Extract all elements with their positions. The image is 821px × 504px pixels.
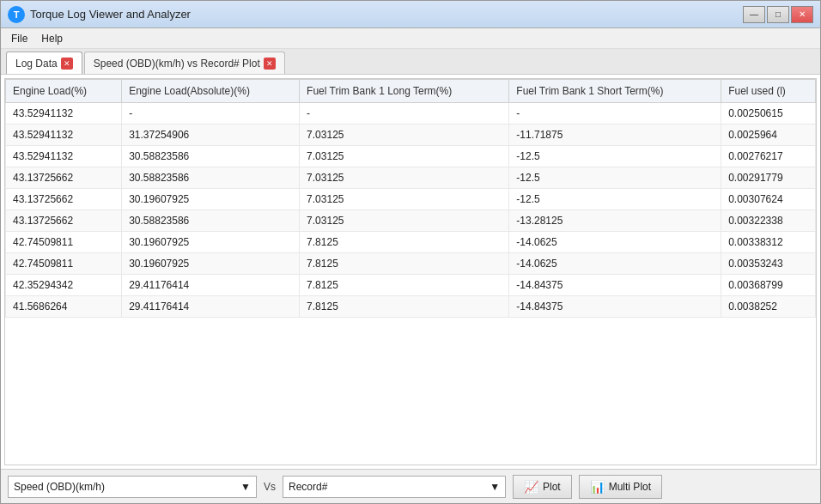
window-title: Torque Log Viewer and Analyzer	[30, 8, 191, 21]
table-row: 41.568626429.411764147.8125-14.843750.00…	[6, 296, 816, 318]
cell-r1-c2: 7.03125	[300, 124, 509, 146]
cell-r1-c3: -11.71875	[509, 124, 721, 146]
table-row: 42.3529434229.411764147.8125-14.843750.0…	[6, 275, 816, 296]
cell-r0-c0: 43.52941132	[6, 103, 122, 124]
close-button[interactable]: ✕	[791, 6, 813, 23]
cell-r3-c1: 30.58823586	[122, 167, 300, 189]
cell-r8-c2: 7.8125	[300, 275, 509, 296]
app-icon: T	[8, 6, 25, 23]
main-window: T Torque Log Viewer and Analyzer — □ ✕ F…	[0, 0, 821, 504]
table-row: 43.1372566230.588235867.03125-12.50.0029…	[6, 167, 816, 189]
data-table: Engine Load(%) Engine Load(Absolute)(%) …	[5, 79, 816, 318]
cell-r3-c4: 0.00291779	[721, 167, 816, 189]
cell-r1-c1: 31.37254906	[122, 124, 300, 146]
y-axis-dropdown[interactable]: Record# ▼	[283, 476, 506, 498]
cell-r9-c4: 0.0038252	[721, 296, 816, 318]
cell-r6-c3: -14.0625	[509, 232, 721, 253]
cell-r8-c0: 42.35294342	[6, 275, 122, 296]
menu-file[interactable]: File	[4, 31, 34, 46]
maximize-button[interactable]: □	[767, 6, 789, 23]
cell-r8-c4: 0.00368799	[721, 275, 816, 296]
cell-r7-c3: -14.0625	[509, 253, 721, 275]
cell-r2-c2: 7.03125	[300, 146, 509, 167]
y-axis-chevron-icon: ▼	[490, 481, 500, 493]
menu-bar: File Help	[1, 28, 820, 49]
cell-r2-c1: 30.58823586	[122, 146, 300, 167]
title-bar: T Torque Log Viewer and Analyzer — □ ✕	[1, 1, 820, 28]
plot-button[interactable]: 📈 Plot	[513, 475, 572, 499]
table-row: 43.5294113231.372549067.03125-11.718750.…	[6, 124, 816, 146]
cell-r4-c4: 0.00307624	[721, 189, 816, 210]
cell-r6-c2: 7.8125	[300, 232, 509, 253]
cell-r6-c4: 0.00338312	[721, 232, 816, 253]
cell-r2-c4: 0.00276217	[721, 146, 816, 167]
tab-log-data-label: Log Data	[15, 58, 58, 70]
cell-r7-c0: 42.74509811	[6, 253, 122, 275]
cell-r4-c0: 43.13725662	[6, 189, 122, 210]
cell-r5-c4: 0.00322338	[721, 210, 816, 232]
cell-r9-c0: 41.5686264	[6, 296, 122, 318]
plot-icon: 📈	[524, 480, 538, 494]
x-axis-dropdown[interactable]: Speed (OBD)(km/h) ▼	[8, 476, 257, 498]
tab-log-data-close[interactable]: ✕	[61, 58, 73, 70]
table-row: 43.5294113230.588235867.03125-12.50.0027…	[6, 146, 816, 167]
table-row: 43.1372566230.588235867.03125-13.281250.…	[6, 210, 816, 232]
table-header-row: Engine Load(%) Engine Load(Absolute)(%) …	[6, 80, 816, 103]
window-controls: — □ ✕	[743, 6, 813, 23]
cell-r9-c2: 7.8125	[300, 296, 509, 318]
bottom-bar: Speed (OBD)(km/h) ▼ Vs Record# ▼ 📈 Plot …	[1, 469, 820, 503]
cell-r3-c2: 7.03125	[300, 167, 509, 189]
table-body: 43.52941132---0.0025061543.5294113231.37…	[6, 103, 816, 318]
cell-r2-c3: -12.5	[509, 146, 721, 167]
cell-r4-c3: -12.5	[509, 189, 721, 210]
col-engine-load: Engine Load(%)	[6, 80, 122, 103]
cell-r5-c3: -13.28125	[509, 210, 721, 232]
tabs-bar: Log Data ✕ Speed (OBD)(km/h) vs Record# …	[1, 49, 820, 75]
cell-r1-c0: 43.52941132	[6, 124, 122, 146]
tab-plot[interactable]: Speed (OBD)(km/h) vs Record# Plot ✕	[84, 52, 285, 74]
cell-r0-c1: -	[122, 103, 300, 124]
col-engine-load-abs: Engine Load(Absolute)(%)	[122, 80, 300, 103]
cell-r3-c3: -12.5	[509, 167, 721, 189]
x-axis-value: Speed (OBD)(km/h)	[14, 481, 105, 493]
table-container[interactable]: Engine Load(%) Engine Load(Absolute)(%) …	[4, 78, 817, 465]
tab-log-data[interactable]: Log Data ✕	[6, 52, 82, 74]
cell-r5-c1: 30.58823586	[122, 210, 300, 232]
cell-r6-c1: 30.19607925	[122, 232, 300, 253]
cell-r8-c3: -14.84375	[509, 275, 721, 296]
tab-plot-close[interactable]: ✕	[264, 58, 276, 70]
cell-r0-c4: 0.00250615	[721, 103, 816, 124]
plot-button-label: Plot	[543, 481, 561, 493]
cell-r1-c4: 0.0025964	[721, 124, 816, 146]
title-bar-left: T Torque Log Viewer and Analyzer	[8, 6, 191, 23]
cell-r4-c1: 30.19607925	[122, 189, 300, 210]
cell-r5-c0: 43.13725662	[6, 210, 122, 232]
cell-r7-c1: 30.19607925	[122, 253, 300, 275]
cell-r9-c3: -14.84375	[509, 296, 721, 318]
cell-r8-c1: 29.41176414	[122, 275, 300, 296]
multi-plot-button[interactable]: 📊 Multi Plot	[579, 475, 662, 499]
cell-r0-c2: -	[300, 103, 509, 124]
multi-plot-icon: 📊	[590, 480, 605, 494]
cell-r7-c2: 7.8125	[300, 253, 509, 275]
cell-r3-c0: 43.13725662	[6, 167, 122, 189]
minimize-button[interactable]: —	[743, 6, 765, 23]
cell-r6-c0: 42.74509811	[6, 232, 122, 253]
multi-plot-button-label: Multi Plot	[609, 481, 651, 493]
vs-label: Vs	[264, 481, 276, 493]
menu-help[interactable]: Help	[34, 31, 70, 46]
y-axis-value: Record#	[289, 481, 327, 493]
cell-r5-c2: 7.03125	[300, 210, 509, 232]
col-fuel-trim-short: Fuel Trim Bank 1 Short Term(%)	[509, 80, 721, 103]
table-row: 42.7450981130.196079257.8125-14.06250.00…	[6, 232, 816, 253]
col-fuel-trim-long: Fuel Trim Bank 1 Long Term(%)	[300, 80, 509, 103]
table-row: 43.1372566230.196079257.03125-12.50.0030…	[6, 189, 816, 210]
table-row: 42.7450981130.196079257.8125-14.06250.00…	[6, 253, 816, 275]
cell-r2-c0: 43.52941132	[6, 146, 122, 167]
main-content: Engine Load(%) Engine Load(Absolute)(%) …	[1, 75, 820, 503]
cell-r7-c4: 0.00353243	[721, 253, 816, 275]
cell-r9-c1: 29.41176414	[122, 296, 300, 318]
x-axis-chevron-icon: ▼	[240, 481, 251, 493]
cell-r4-c2: 7.03125	[300, 189, 509, 210]
col-fuel-used: Fuel used (l)	[721, 80, 816, 103]
